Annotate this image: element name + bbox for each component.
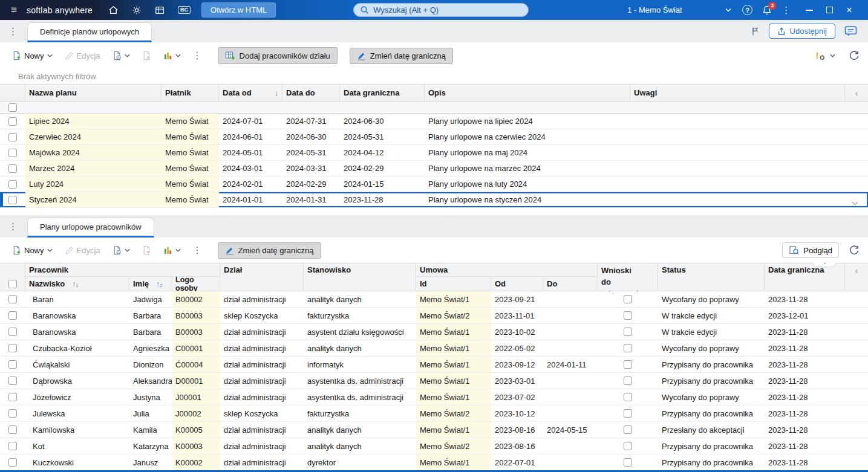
plan-row[interactable]: Lipiec 2024 Memo Świat 2024-07-01 2024-0… <box>0 114 868 129</box>
plan-row[interactable]: Styczeń 2024 Memo Świat 2024-01-01 2024-… <box>0 192 868 208</box>
employee-row[interactable]: Kot Katarzyna K00003 dział administracji… <box>0 438 868 454</box>
reject-request-checkbox[interactable] <box>624 377 632 385</box>
group-header-umowa[interactable]: Umowa <box>416 263 598 277</box>
window-close-button[interactable]: × <box>846 5 852 15</box>
row-checkbox[interactable] <box>8 133 17 141</box>
chevron-left-icon[interactable]: ‹ <box>849 88 864 98</box>
reject-request-checkbox[interactable] <box>624 442 632 450</box>
row-checkbox[interactable] <box>8 442 17 450</box>
panel2-tab-menu-icon[interactable]: ⋮ <box>8 221 18 232</box>
add-department-employees-button[interactable]: Dodaj pracowników działu <box>218 47 338 64</box>
row-checkbox[interactable] <box>8 458 17 467</box>
column-header-platnik[interactable]: Płatnik <box>162 85 219 101</box>
column-header-uwagi[interactable]: Uwagi <box>630 85 845 101</box>
document-history-button[interactable] <box>109 48 134 63</box>
row-checkbox[interactable] <box>8 196 17 204</box>
column-header-data-do[interactable]: Data do <box>282 85 340 101</box>
employee-row[interactable]: Julewska Julia J00002 sklep Koszycka fak… <box>0 406 868 422</box>
chevron-left-icon[interactable]: ‹ <box>849 265 864 276</box>
plan-row[interactable]: Luty 2024 Memo Świat 2024-02-01 2024-02-… <box>0 176 868 192</box>
column-header-data-graniczna[interactable]: Data graniczna <box>340 85 425 101</box>
panel1-tab-menu-icon[interactable]: ⋮ <box>8 26 18 37</box>
row-checkbox[interactable] <box>8 295 17 303</box>
column-header-umowa-od[interactable]: Od <box>491 277 543 291</box>
window-maximize-button[interactable] <box>826 7 833 13</box>
column-header-stanowisko[interactable]: Stanowisko <box>304 263 416 291</box>
home-icon[interactable] <box>108 5 119 15</box>
column-header-data-graniczna[interactable]: Data graniczna <box>765 263 845 291</box>
bc-module-icon[interactable]: BC <box>178 6 191 14</box>
row-checkbox[interactable] <box>8 328 17 336</box>
employee-row[interactable]: Ćwiąkalski Dionizon Ć00004 dział adminis… <box>0 357 868 373</box>
employee-row[interactable]: Kamilowska Kamila K00005 dział administr… <box>0 422 868 438</box>
plan-row[interactable]: Marzec 2024 Memo Świat 2024-03-01 2024-0… <box>0 161 868 176</box>
employee-row[interactable]: Baran Jadwiga B00002 dział administracji… <box>0 291 868 308</box>
row-checkbox[interactable] <box>8 409 17 418</box>
select-all-checkbox[interactable] <box>8 103 17 112</box>
change-deadline-button[interactable]: Zmień datę graniczną <box>218 242 321 259</box>
reject-request-checkbox[interactable] <box>624 344 632 352</box>
edit-button[interactable]: Edycja <box>61 244 104 257</box>
employee-row[interactable]: Baranowska Barbara B00003 dział administ… <box>0 324 868 340</box>
row-checkbox[interactable] <box>8 360 17 369</box>
help-icon[interactable]: ? <box>742 5 752 15</box>
column-header-wnioski[interactable]: Wnioski do odrzucenia <box>598 263 658 291</box>
row-checkbox[interactable] <box>8 117 17 126</box>
reject-request-checkbox[interactable] <box>624 458 632 467</box>
edit-button[interactable]: Edycja <box>61 49 104 63</box>
company-context-selector[interactable]: 1 - Memo Świat <box>627 5 731 15</box>
alerts-settings-button[interactable]: ! <box>810 48 839 64</box>
refresh-icon[interactable] <box>849 51 860 61</box>
row-checkbox[interactable] <box>8 393 17 401</box>
column-header-opis[interactable]: Opis <box>425 85 630 101</box>
column-header-umowa-id[interactable]: Id <box>416 277 491 291</box>
reject-request-checkbox[interactable] <box>624 328 632 336</box>
employee-row[interactable]: Dąbrowska Aleksandra D00001 dział admini… <box>0 373 868 389</box>
modules-icon[interactable] <box>155 5 165 15</box>
reject-request-checkbox[interactable] <box>624 409 632 418</box>
column-header-data-od[interactable]: Data od↓ <box>219 85 282 101</box>
employee-row[interactable]: Czubacka-Kozioł Agnieszka C00001 dział a… <box>0 340 868 357</box>
hamburger-menu-icon[interactable]: ≡ <box>6 4 22 16</box>
plan-row[interactable]: Czerwiec 2024 Memo Świat 2024-06-01 2024… <box>0 129 868 145</box>
delete-button[interactable] <box>139 48 155 63</box>
tab-plany-urlopowe-pracownikow[interactable]: Plany urlopowe pracowników <box>27 218 154 238</box>
new-button[interactable]: Nowy <box>8 243 56 257</box>
toolbar2-more-icon[interactable]: ⋮ <box>193 245 202 256</box>
column-header-nazwa-planu[interactable]: Nazwa planu <box>25 85 162 101</box>
refresh-icon[interactable] <box>849 245 860 256</box>
tab-definicje-planow-urlopowych[interactable]: Definicje planów urlopowych <box>27 22 152 42</box>
plan-row[interactable]: Majówka 2024 Memo Świat 2024-05-01 2024-… <box>0 145 868 161</box>
global-search[interactable] <box>353 3 529 17</box>
row-checkbox[interactable] <box>8 344 17 352</box>
toolbar1-more-icon[interactable]: ⋮ <box>193 50 202 61</box>
delete-button[interactable] <box>139 243 155 257</box>
select-all-checkbox[interactable] <box>8 280 17 288</box>
flag-icon[interactable] <box>751 27 760 36</box>
share-button[interactable]: Udostępnij <box>769 24 835 39</box>
column-header-imie[interactable]: Imię ↑2 <box>129 277 172 291</box>
employee-row[interactable]: Baranowska Barbara B00003 sklep Koszycka… <box>0 308 868 324</box>
chart-button[interactable] <box>160 244 184 257</box>
row-checkbox[interactable] <box>8 311 17 320</box>
row-checkbox[interactable] <box>8 180 17 189</box>
change-deadline-button[interactable]: Zmień datę graniczną <box>350 48 453 64</box>
topbar-more-icon[interactable]: ⋮ <box>782 5 790 16</box>
chart-button[interactable] <box>160 49 184 62</box>
reject-request-checkbox[interactable] <box>624 425 632 434</box>
reject-request-checkbox[interactable] <box>624 393 632 401</box>
collapse-panel-icon[interactable] <box>812 263 837 267</box>
column-header-logo-osoby[interactable]: Logo osoby <box>172 277 220 291</box>
settings-icon[interactable] <box>132 5 142 15</box>
row-checkbox[interactable] <box>8 377 17 385</box>
reject-request-checkbox[interactable] <box>624 311 632 320</box>
reject-request-checkbox[interactable] <box>624 360 632 369</box>
column-header-nazwisko[interactable]: Nazwisko ↑1 <box>25 277 129 291</box>
column-header-umowa-do[interactable]: Do <box>543 277 598 291</box>
search-input[interactable] <box>373 5 522 15</box>
reject-request-checkbox[interactable] <box>624 295 632 303</box>
row-checkbox[interactable] <box>8 164 17 173</box>
chat-icon[interactable] <box>844 25 857 37</box>
table1-scroll-down-icon[interactable] <box>852 201 858 205</box>
notifications-bell-icon[interactable]: 3 <box>762 5 772 16</box>
